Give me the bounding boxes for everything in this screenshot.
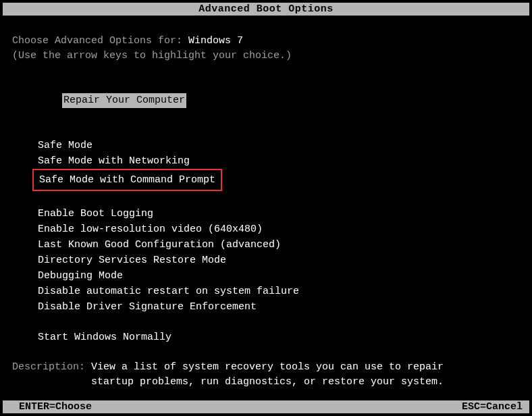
boot-option[interactable]: Enable Boot Logging: [38, 206, 520, 222]
options-group-1: Safe Mode Safe Mode with Networking Safe…: [38, 138, 520, 191]
instruction-line: (Use the arrow keys to highlight your ch…: [12, 49, 520, 63]
content-area: Choose Advanced Options for: Windows 7 (…: [12, 34, 520, 390]
choose-line: Choose Advanced Options for: Windows 7: [12, 34, 520, 49]
boot-option[interactable]: Enable low-resolution video (640x480): [38, 222, 520, 237]
boot-option[interactable]: Last Known Good Configuration (advanced): [38, 237, 520, 253]
description-pad: [12, 376, 91, 388]
boot-option[interactable]: Start Windows Normally: [38, 330, 520, 345]
description-label: Description:: [12, 361, 91, 373]
boot-option-boxed[interactable]: Safe Mode with Command Prompt: [32, 169, 222, 191]
description-text-1: View a list of system recovery tools you…: [91, 361, 444, 373]
footer-enter: ENTER=Choose: [19, 401, 92, 413]
boot-option[interactable]: Directory Services Restore Mode: [38, 253, 520, 268]
boot-option[interactable]: Safe Mode with Networking: [38, 153, 520, 169]
prompt-prefix: Choose Advanced Options for:: [12, 35, 188, 47]
footer-esc: ESC=Cancel: [462, 401, 523, 413]
title-text: Advanced Boot Options: [198, 3, 334, 15]
boot-option[interactable]: Debugging Mode: [38, 268, 520, 284]
options-group-2: Enable Boot Logging Enable low-resolutio…: [38, 206, 520, 315]
boot-option[interactable]: Disable automatic restart on system fail…: [38, 284, 520, 299]
selected-option: Repair Your Computer: [62, 93, 186, 108]
options-group-3: Start Windows Normally: [38, 330, 520, 345]
title-bar: Advanced Boot Options: [3, 3, 529, 16]
boot-option[interactable]: Disable Driver Signature Enforcement: [38, 299, 520, 315]
description-block: Description: View a list of system recov…: [12, 360, 520, 390]
description-text-2: startup problems, run diagnostics, or re…: [91, 376, 444, 388]
selected-option-row[interactable]: Repair Your Computer: [12, 78, 520, 123]
os-name: Windows 7: [188, 35, 243, 47]
boot-option[interactable]: Safe Mode: [38, 138, 520, 153]
footer-bar: ENTER=Choose ESC=Cancel: [3, 400, 529, 413]
